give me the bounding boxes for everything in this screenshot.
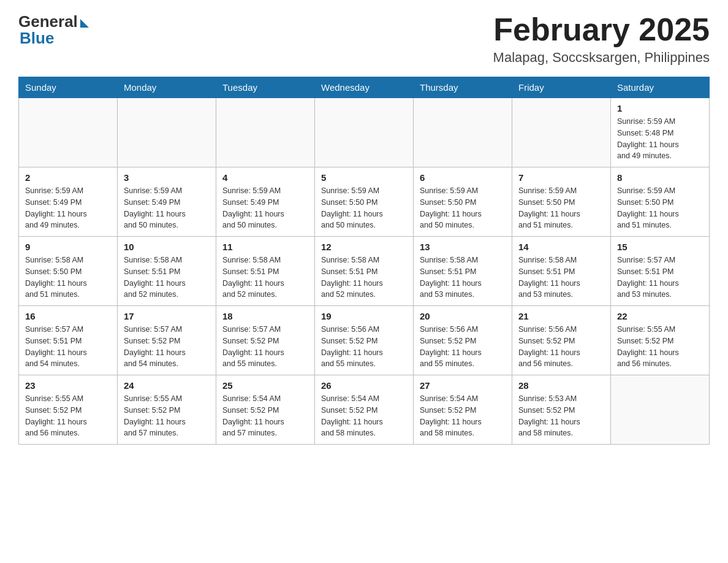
day-info: Sunrise: 5:58 AM Sunset: 5:51 PM Dayligh…	[321, 255, 407, 301]
calendar-cell: 2Sunrise: 5:59 AM Sunset: 5:49 PM Daylig…	[19, 167, 118, 237]
day-info: Sunrise: 5:56 AM Sunset: 5:52 PM Dayligh…	[321, 324, 407, 370]
day-info: Sunrise: 5:55 AM Sunset: 5:52 PM Dayligh…	[617, 324, 703, 370]
day-info: Sunrise: 5:56 AM Sunset: 5:52 PM Dayligh…	[420, 324, 506, 370]
title-section: February 2025 Malapag, Soccsksargen, Phi…	[493, 12, 710, 66]
calendar-table: SundayMondayTuesdayWednesdayThursdayFrid…	[18, 77, 710, 445]
calendar-cell	[611, 375, 710, 445]
calendar-cell: 28Sunrise: 5:53 AM Sunset: 5:52 PM Dayli…	[512, 375, 611, 445]
day-number: 17	[124, 311, 210, 321]
calendar-cell: 13Sunrise: 5:58 AM Sunset: 5:51 PM Dayli…	[414, 237, 512, 306]
calendar-cell	[315, 98, 414, 167]
logo-blue-text: Blue	[20, 29, 54, 48]
calendar-cell: 19Sunrise: 5:56 AM Sunset: 5:52 PM Dayli…	[315, 306, 414, 375]
logo: General Blue	[18, 12, 89, 48]
page-header: General Blue February 2025 Malapag, Socc…	[18, 12, 710, 66]
month-title: February 2025	[493, 12, 710, 47]
calendar-cell: 3Sunrise: 5:59 AM Sunset: 5:49 PM Daylig…	[118, 167, 216, 237]
calendar-cell: 22Sunrise: 5:55 AM Sunset: 5:52 PM Dayli…	[611, 306, 710, 375]
day-number: 1	[617, 103, 703, 113]
day-info: Sunrise: 5:54 AM Sunset: 5:52 PM Dayligh…	[222, 393, 308, 439]
calendar-week-row: 1Sunrise: 5:59 AM Sunset: 5:48 PM Daylig…	[19, 98, 710, 167]
calendar-weekday-tuesday: Tuesday	[216, 77, 315, 98]
calendar-cell: 21Sunrise: 5:56 AM Sunset: 5:52 PM Dayli…	[512, 306, 611, 375]
calendar-cell: 8Sunrise: 5:59 AM Sunset: 5:50 PM Daylig…	[611, 167, 710, 237]
calendar-cell: 9Sunrise: 5:58 AM Sunset: 5:50 PM Daylig…	[19, 237, 118, 306]
calendar-cell: 12Sunrise: 5:58 AM Sunset: 5:51 PM Dayli…	[315, 237, 414, 306]
calendar-cell: 20Sunrise: 5:56 AM Sunset: 5:52 PM Dayli…	[414, 306, 512, 375]
calendar-cell	[19, 98, 118, 167]
calendar-weekday-thursday: Thursday	[414, 77, 512, 98]
calendar-cell: 7Sunrise: 5:59 AM Sunset: 5:50 PM Daylig…	[512, 167, 611, 237]
calendar-week-row: 23Sunrise: 5:55 AM Sunset: 5:52 PM Dayli…	[19, 375, 710, 445]
day-info: Sunrise: 5:59 AM Sunset: 5:50 PM Dayligh…	[420, 185, 506, 231]
day-info: Sunrise: 5:54 AM Sunset: 5:52 PM Dayligh…	[420, 393, 506, 439]
calendar-cell: 23Sunrise: 5:55 AM Sunset: 5:52 PM Dayli…	[19, 375, 118, 445]
day-info: Sunrise: 5:57 AM Sunset: 5:52 PM Dayligh…	[222, 324, 308, 370]
day-number: 8	[617, 172, 703, 183]
calendar-week-row: 16Sunrise: 5:57 AM Sunset: 5:51 PM Dayli…	[19, 306, 710, 375]
day-number: 15	[617, 242, 703, 252]
day-number: 20	[420, 311, 506, 321]
day-number: 4	[222, 172, 308, 183]
day-number: 28	[518, 380, 604, 391]
day-number: 27	[420, 380, 506, 391]
logo-arrow-icon	[80, 19, 89, 28]
calendar-cell: 18Sunrise: 5:57 AM Sunset: 5:52 PM Dayli…	[216, 306, 315, 375]
calendar-cell: 27Sunrise: 5:54 AM Sunset: 5:52 PM Dayli…	[414, 375, 512, 445]
day-number: 25	[222, 380, 308, 391]
day-number: 6	[420, 172, 506, 183]
day-number: 2	[25, 172, 111, 183]
calendar-cell	[414, 98, 512, 167]
day-number: 13	[420, 242, 506, 252]
day-info: Sunrise: 5:58 AM Sunset: 5:51 PM Dayligh…	[420, 255, 506, 301]
day-info: Sunrise: 5:55 AM Sunset: 5:52 PM Dayligh…	[25, 393, 111, 439]
day-number: 5	[321, 172, 407, 183]
location-subtitle: Malapag, Soccsksargen, Philippines	[493, 50, 710, 66]
calendar-cell: 1Sunrise: 5:59 AM Sunset: 5:48 PM Daylig…	[611, 98, 710, 167]
day-info: Sunrise: 5:58 AM Sunset: 5:51 PM Dayligh…	[124, 255, 210, 301]
day-number: 7	[518, 172, 604, 183]
calendar-cell: 26Sunrise: 5:54 AM Sunset: 5:52 PM Dayli…	[315, 375, 414, 445]
day-number: 24	[124, 380, 210, 391]
calendar-week-row: 9Sunrise: 5:58 AM Sunset: 5:50 PM Daylig…	[19, 237, 710, 306]
calendar-cell: 25Sunrise: 5:54 AM Sunset: 5:52 PM Dayli…	[216, 375, 315, 445]
calendar-cell: 11Sunrise: 5:58 AM Sunset: 5:51 PM Dayli…	[216, 237, 315, 306]
day-number: 14	[518, 242, 604, 252]
day-number: 18	[222, 311, 308, 321]
calendar-cell	[512, 98, 611, 167]
day-info: Sunrise: 5:59 AM Sunset: 5:49 PM Dayligh…	[25, 185, 111, 231]
day-number: 19	[321, 311, 407, 321]
calendar-cell: 5Sunrise: 5:59 AM Sunset: 5:50 PM Daylig…	[315, 167, 414, 237]
calendar-weekday-friday: Friday	[512, 77, 611, 98]
calendar-weekday-wednesday: Wednesday	[315, 77, 414, 98]
day-number: 16	[25, 311, 111, 321]
calendar-week-row: 2Sunrise: 5:59 AM Sunset: 5:49 PM Daylig…	[19, 167, 710, 237]
day-number: 3	[124, 172, 210, 183]
day-number: 21	[518, 311, 604, 321]
day-info: Sunrise: 5:55 AM Sunset: 5:52 PM Dayligh…	[124, 393, 210, 439]
calendar-weekday-monday: Monday	[118, 77, 216, 98]
day-info: Sunrise: 5:58 AM Sunset: 5:51 PM Dayligh…	[222, 255, 308, 301]
day-info: Sunrise: 5:59 AM Sunset: 5:50 PM Dayligh…	[518, 185, 604, 231]
day-number: 23	[25, 380, 111, 391]
calendar-cell: 10Sunrise: 5:58 AM Sunset: 5:51 PM Dayli…	[118, 237, 216, 306]
day-info: Sunrise: 5:53 AM Sunset: 5:52 PM Dayligh…	[518, 393, 604, 439]
day-info: Sunrise: 5:59 AM Sunset: 5:49 PM Dayligh…	[124, 185, 210, 231]
day-info: Sunrise: 5:59 AM Sunset: 5:48 PM Dayligh…	[617, 116, 703, 162]
day-info: Sunrise: 5:54 AM Sunset: 5:52 PM Dayligh…	[321, 393, 407, 439]
calendar-cell: 16Sunrise: 5:57 AM Sunset: 5:51 PM Dayli…	[19, 306, 118, 375]
calendar-cell: 14Sunrise: 5:58 AM Sunset: 5:51 PM Dayli…	[512, 237, 611, 306]
calendar-cell	[118, 98, 216, 167]
calendar-cell: 17Sunrise: 5:57 AM Sunset: 5:52 PM Dayli…	[118, 306, 216, 375]
calendar-cell: 24Sunrise: 5:55 AM Sunset: 5:52 PM Dayli…	[118, 375, 216, 445]
day-info: Sunrise: 5:57 AM Sunset: 5:51 PM Dayligh…	[25, 324, 111, 370]
day-number: 12	[321, 242, 407, 252]
day-info: Sunrise: 5:58 AM Sunset: 5:51 PM Dayligh…	[518, 255, 604, 301]
calendar-cell: 6Sunrise: 5:59 AM Sunset: 5:50 PM Daylig…	[414, 167, 512, 237]
calendar-cell: 15Sunrise: 5:57 AM Sunset: 5:51 PM Dayli…	[611, 237, 710, 306]
day-number: 9	[25, 242, 111, 252]
day-number: 10	[124, 242, 210, 252]
day-info: Sunrise: 5:57 AM Sunset: 5:51 PM Dayligh…	[617, 255, 703, 301]
day-info: Sunrise: 5:59 AM Sunset: 5:50 PM Dayligh…	[617, 185, 703, 231]
day-number: 26	[321, 380, 407, 391]
